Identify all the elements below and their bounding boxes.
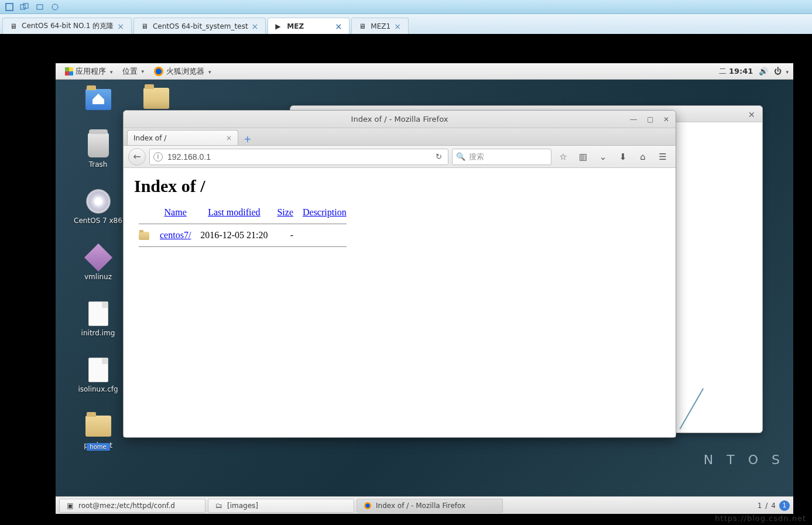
reload-icon[interactable]: ↻ [433,152,444,161]
downloads-icon[interactable]: ⬇ [615,149,631,165]
col-modified[interactable]: Last modified [208,207,260,217]
dir-modified: 2016-12-05 21:20 [196,228,272,242]
svg-point-4 [52,4,58,10]
vmware-tab-1[interactable]: 🖥CentOS 64-bit_system_test× [133,18,266,34]
trash-icon[interactable]: Trash [67,132,129,169]
vmware-tab-label: CentOS 64-bit NO.1 的克隆 [22,21,114,31]
vmware-tab-2[interactable]: ▶MEZ× [268,18,350,34]
directory-listing-table: Name Last modified Size Description cent… [134,205,351,251]
minimize-button[interactable]: — [629,115,638,124]
vmware-tab-0[interactable]: 🖥CentOS 64-bit NO.1 的克隆× [2,18,132,34]
initrd-icon[interactable]: initrd.img [67,301,129,337]
site-info-icon[interactable]: i [153,152,163,162]
applications-menu[interactable]: 应用程序 [60,66,118,77]
pager-total: 4 [771,502,776,510]
pager-sep: / [765,502,768,510]
clock-day: 二 [719,66,727,77]
vmware-icon-1[interactable] [5,2,14,12]
vmware-tab-label: MEZ1 [371,22,390,30]
taskbar-right: 1 / 4 1 [758,500,790,511]
hamburger-menu-icon[interactable]: ☰ [655,149,671,165]
desktop-icon-grid: home Trash CentOS 7 x86 vmlinuz initrd.i… [67,87,129,449]
files-icon: 🗂 [214,501,224,510]
monitor-icon: 🖥 [10,22,18,30]
task-label: [images] [227,502,258,510]
table-header-row: Name Last modified Size Description [134,205,351,219]
watermark: https://blog.csdn.net [715,514,806,523]
places-menu[interactable]: 位置 [118,66,149,77]
close-icon[interactable]: × [335,22,342,31]
vmware-icon-4[interactable] [50,2,60,12]
search-placeholder: 搜索 [469,152,484,162]
home-icon[interactable]: ⌂ [635,149,651,165]
library-icon[interactable]: ▥ [575,149,591,165]
loose-folder-icon[interactable] [143,88,169,109]
pager-current[interactable]: 1 [758,502,762,510]
clock-time[interactable]: 19:41 [729,67,753,76]
disc-label: CentOS 7 x86 [74,217,122,225]
url-input[interactable] [167,152,433,162]
monitor-icon: 🖥 [141,22,149,30]
vmware-icon-3[interactable] [35,2,44,12]
back-button[interactable]: ← [128,148,146,166]
svg-point-12 [366,503,370,507]
volume-icon[interactable]: 🔊 [759,67,768,76]
isolinux-label: isolinux.cfg [78,385,118,393]
firefox-icon [363,501,372,510]
new-tab-button[interactable]: + [241,132,255,145]
search-icon: 🔍 [456,152,465,161]
table-row: centos7/ 2016-12-05 21:20 - [134,228,351,242]
svg-rect-0 [6,4,13,11]
col-size[interactable]: Size [277,207,293,217]
monitor-icon: 🖥 [359,22,367,30]
url-bar[interactable]: i ↻ [149,149,448,165]
firefox-label: 火狐浏览器 [166,66,204,77]
firefox-menu[interactable]: 火狐浏览器 [149,66,216,77]
firefox-tab[interactable]: Index of /× [127,130,238,145]
gnome-desktop: 应用程序 位置 火狐浏览器 二 19:41 🔊 ⏻ home Trash Cen… [56,63,793,514]
tab-title: Index of / [133,134,166,142]
vmware-tab-3[interactable]: 🖥MEZ1× [351,18,409,34]
firefox-titlebar[interactable]: Index of / - Mozilla Firefox — ▢ ✕ [124,111,676,128]
close-icon[interactable]: × [252,22,259,31]
disc-icon[interactable]: CentOS 7 x86 [67,188,129,225]
close-icon[interactable]: ✕ [748,110,756,118]
vmlinuz-icon[interactable]: vmlinuz [67,245,129,281]
svg-rect-2 [23,4,28,8]
task-terminal[interactable]: ▣root@mez:/etc/httpd/conf.d [59,499,205,513]
power-icon[interactable]: ⏻ [774,67,789,76]
dir-size: - [272,228,298,242]
home-folder-icon[interactable]: home [67,87,129,112]
gnome-taskbar: ▣root@mez:/etc/httpd/conf.d 🗂[images] In… [56,496,793,514]
col-description[interactable]: Description [303,207,347,217]
col-name[interactable]: Name [165,207,187,217]
isolinux-icon[interactable]: isolinux.cfg [67,357,129,393]
close-icon[interactable]: × [394,22,401,31]
svg-rect-8 [69,71,73,76]
terminal-icon: ▣ [66,501,75,510]
task-firefox[interactable]: Index of / - Mozilla Firefox [357,499,503,513]
search-bar[interactable]: 🔍搜索 [452,149,551,165]
firefox-icon [153,66,164,77]
dir-link[interactable]: centos7/ [160,230,191,240]
svg-rect-6 [69,67,73,71]
close-icon[interactable]: × [226,134,232,142]
page-heading: Index of / [134,176,665,196]
close-icon[interactable]: × [117,22,124,31]
bookmark-star-icon[interactable]: ☆ [555,149,571,165]
vmware-icon-2[interactable] [20,2,29,12]
svg-rect-3 [37,5,43,9]
pocket-icon[interactable]: ⌄ [595,149,611,165]
close-button[interactable]: ✕ [662,115,671,124]
vmlinuz-label: vmlinuz [84,273,112,281]
vmware-tab-strip: 🖥CentOS 64-bit NO.1 的克隆× 🖥CentOS 64-bit_… [0,14,812,34]
workspace-indicator-icon[interactable]: 1 [779,500,790,511]
svg-point-10 [156,68,162,74]
task-label: root@mez:/etc/httpd/conf.d [78,502,175,510]
firefox-toolbar: ← i ↻ 🔍搜索 ☆ ▥ ⌄ ⬇ ⌂ ☰ [124,146,676,168]
initrd-label: initrd.img [81,329,115,337]
task-files[interactable]: 🗂[images] [208,499,354,513]
maximize-button[interactable]: ▢ [645,115,655,124]
firefox-window: Index of / - Mozilla Firefox — ▢ ✕ Index… [123,110,676,438]
vmware-tab-label: CentOS 64-bit_system_test [153,22,248,30]
